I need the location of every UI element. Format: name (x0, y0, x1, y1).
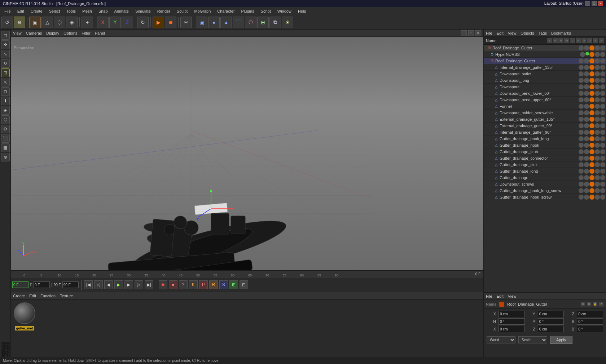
attr-p-field[interactable] (538, 318, 564, 325)
attr-ctrl-x[interactable]: ✕ (599, 302, 604, 307)
attr-z-field[interactable] (577, 311, 603, 317)
attr-menu-view[interactable]: View (508, 294, 517, 298)
tree-item-6[interactable]: △ Funnel (484, 103, 606, 110)
current-frame-field[interactable] (12, 281, 28, 288)
tree-item-3[interactable]: △ Downspout (484, 84, 606, 90)
prev-key-button[interactable]: ◁ (94, 280, 103, 289)
obj-menu-file[interactable]: File (486, 31, 492, 35)
tree-item-18[interactable]: △ Downspout_screws (484, 181, 606, 187)
menu-character[interactable]: Character (214, 8, 237, 14)
root-lock[interactable] (584, 45, 589, 50)
cube-button[interactable]: ▣ (196, 17, 207, 28)
render-view-tool[interactable]: ⊡ (1, 68, 10, 77)
root-tag[interactable] (595, 45, 600, 50)
coord-system-dropdown[interactable]: World Object (487, 336, 515, 343)
nurbs-button[interactable]: ⌒ (233, 17, 244, 28)
tree-item-16[interactable]: △ Gutter_drainage_long (484, 168, 606, 174)
scl-key-button[interactable]: S (219, 280, 228, 289)
z-axis-button[interactable]: Z (122, 17, 133, 28)
motion-key-button[interactable]: ⊡ (240, 280, 248, 289)
menu-mesh[interactable]: Mesh (79, 8, 95, 14)
go-start-button[interactable]: |◀ (84, 280, 93, 289)
light-button[interactable]: ☀ (282, 17, 293, 28)
menu-mograph[interactable]: MoGraph (191, 8, 214, 14)
viewport-expand-button[interactable]: □ (468, 30, 474, 36)
root-vis[interactable] (579, 45, 584, 50)
magnet-tool[interactable]: ⚙ (1, 125, 10, 133)
x-axis-button[interactable]: X (97, 17, 109, 28)
tree-item-11[interactable]: △ Gutter_drainage_hook_long (484, 136, 606, 142)
attr-z2-field[interactable] (577, 326, 603, 332)
menu-create[interactable]: Create (28, 8, 45, 14)
menu-simulate[interactable]: Simulate (132, 8, 154, 14)
close-button[interactable]: ✕ (598, 1, 603, 6)
tree-item-14[interactable]: △ Gutter_drainage_connector (484, 155, 606, 161)
maximize-button[interactable]: □ (592, 1, 597, 6)
rotate-button[interactable]: ↻ (137, 17, 149, 28)
misc-tool[interactable]: ⊛ (1, 153, 10, 161)
key-all-button[interactable]: K (189, 280, 198, 289)
camera-button[interactable]: ⧉ (269, 17, 281, 28)
record-pos-button[interactable]: ● (169, 280, 177, 289)
tree-item-4[interactable]: △ Downspout_bend_lower_60° (484, 90, 606, 97)
menu-plugins[interactable]: Plugins (238, 8, 257, 14)
attr-y2-field[interactable] (538, 326, 564, 332)
go-end-button[interactable]: ▶| (145, 280, 153, 289)
viewport-menu-view[interactable]: View (13, 31, 22, 35)
extrude-tool[interactable]: ⬆ (1, 97, 10, 105)
end-frame-field[interactable] (62, 281, 79, 288)
attr-ctrl-lock[interactable]: 🔒 (593, 302, 598, 307)
menu-select[interactable]: Select (46, 8, 63, 14)
obj-menu-tags[interactable]: Tags (539, 31, 547, 35)
obj-menu-view[interactable]: View (508, 31, 517, 35)
tree-item-7[interactable]: △ Downspout_holder_screwable (484, 110, 606, 116)
polygon-mode-button[interactable]: ◈ (66, 17, 78, 28)
tree-item-20[interactable]: △ Gutter_drainage_hook_screw (484, 194, 606, 200)
menu-animate[interactable]: Animate (111, 8, 132, 14)
texture-tool[interactable]: ▦ (1, 143, 10, 152)
obj-menu-objects[interactable]: Objects (521, 31, 534, 35)
menu-render[interactable]: Render (154, 8, 173, 14)
record-button[interactable]: ⏺ (159, 280, 167, 289)
edge-mode-button[interactable]: ⬡ (54, 17, 65, 28)
tree-item-13[interactable]: △ Gutter_drainage_stub (484, 148, 606, 155)
viewport-menu-filter[interactable]: Filter (82, 31, 90, 35)
menu-sculpt[interactable]: Sculpt (174, 8, 191, 14)
bridge-tool[interactable]: ⊓ (1, 87, 10, 96)
point-mode-button[interactable]: △ (41, 17, 53, 28)
bevel-tool[interactable]: ◈ (1, 106, 10, 115)
animation-button[interactable]: ⚯ (180, 17, 192, 28)
move-tool-button[interactable]: ⊕ (14, 17, 25, 28)
object-mode-button[interactable]: ▣ (29, 17, 41, 28)
add-button[interactable]: + (82, 17, 93, 28)
tree-item-roof-gutter[interactable]: ⊞ Roof_Drainage_Gutter (484, 58, 606, 64)
obj-menu-edit[interactable]: Edit (497, 31, 504, 35)
menu-window[interactable]: Window (275, 8, 294, 14)
tree-item-hypernurbs[interactable]: ⊙ HyperNURBS (484, 51, 606, 58)
apply-button[interactable]: Apply (550, 336, 572, 344)
prev-frame-button[interactable]: ◀ (104, 280, 113, 289)
attr-menu-edit[interactable]: Edit (497, 294, 504, 298)
loop-cut-tool[interactable]: ⬡ (1, 115, 10, 124)
menu-file[interactable]: File (1, 8, 14, 14)
next-frame-button[interactable]: ▶ (124, 280, 133, 289)
scale-tool[interactable]: ⤡ (1, 50, 10, 58)
pos-key-button[interactable]: P (199, 280, 208, 289)
tree-item-root[interactable]: ⊞ Roof_Drainage_Gutter (484, 45, 606, 51)
tree-item-9[interactable]: △ External_drainage_gutter_90° (484, 123, 606, 129)
rot-key-button[interactable]: R (209, 280, 218, 289)
menu-script[interactable]: Script (258, 8, 274, 14)
tree-item-19[interactable]: △ Gutter_drainage_hook_long_screw (484, 187, 606, 194)
mat-menu-function[interactable]: Function (40, 294, 56, 298)
attr-menu-file[interactable]: File (486, 294, 492, 298)
tree-item-0[interactable]: △ Internal_drainage_gutter_135° (484, 64, 606, 71)
move-tool[interactable]: ✛ (1, 40, 10, 49)
deformer-button[interactable]: ⎔ (245, 17, 256, 28)
menu-edit[interactable]: Edit (14, 8, 27, 14)
tree-item-1[interactable]: △ Downspout_outlet (484, 71, 606, 77)
transform-mode-dropdown[interactable]: Scale Position Rotation (518, 336, 547, 343)
viewport-menu-display[interactable]: Display (46, 31, 59, 35)
mat-menu-create[interactable]: Create (13, 294, 25, 298)
play-button[interactable]: ▶ (114, 280, 123, 289)
menu-tools[interactable]: Tools (63, 8, 79, 14)
